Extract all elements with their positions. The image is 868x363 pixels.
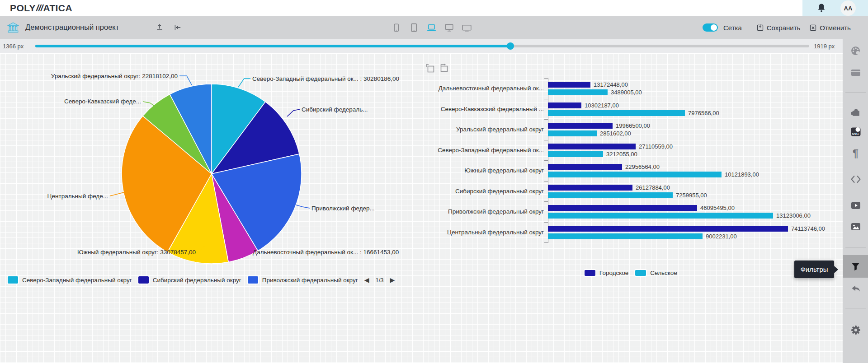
wallet-icon xyxy=(850,68,861,78)
device-preview-switcher xyxy=(391,16,472,39)
sidebar-item-filters[interactable] xyxy=(843,255,868,278)
pie-slice-label: Южный федеральный округ: 33078457,00 xyxy=(77,249,196,256)
dashboard-canvas[interactable]: Северо-Западный федеральный ок... : 3028… xyxy=(0,53,843,363)
bar-legend-item[interactable]: Сельское xyxy=(634,269,677,277)
grid-toggle[interactable] xyxy=(703,23,718,32)
sidebar-divider xyxy=(845,308,866,308)
pie-legend-item[interactable]: Сибирский федеральный округ xyxy=(137,275,241,284)
save-icon xyxy=(756,24,764,32)
bar-rural[interactable] xyxy=(548,130,597,136)
cancel-button[interactable]: Отменить xyxy=(809,24,851,32)
bar-rural[interactable] xyxy=(548,151,603,157)
sidebar-item-svg-export[interactable]: SVG xyxy=(843,122,868,142)
tablet-portrait-icon[interactable] xyxy=(408,22,420,33)
bar-value-label: 46095495,00 xyxy=(700,205,735,211)
bar-urban[interactable] xyxy=(548,102,581,108)
bar-urban[interactable] xyxy=(548,185,632,191)
bar-urban[interactable] xyxy=(548,205,697,211)
bar-axis-tick xyxy=(544,181,548,182)
image-icon xyxy=(850,222,861,232)
bar-urban[interactable] xyxy=(548,226,788,232)
bar-urban[interactable] xyxy=(548,164,622,170)
cancel-label: Отменить xyxy=(820,24,851,32)
palette-icon xyxy=(850,46,861,56)
legend-page-indicator: 1/3 xyxy=(375,277,383,284)
bar-value-label: 10302187,00 xyxy=(585,102,619,109)
top-header-bar: POLY///ATICA AA xyxy=(0,0,868,16)
width-slider-thumb[interactable] xyxy=(507,42,514,50)
sidebar-item-settings[interactable] xyxy=(843,320,868,340)
pie-slice-label: Уральский федеральный округ: 22818102,00 xyxy=(51,73,178,79)
sidebar-item-plugins[interactable] xyxy=(843,102,868,122)
sidebar-divider xyxy=(845,93,866,93)
bar-urban[interactable] xyxy=(548,144,636,149)
legend-swatch xyxy=(137,275,150,284)
save-button[interactable]: Сохранить xyxy=(756,24,801,32)
user-avatar[interactable]: AA xyxy=(840,0,856,16)
bar-category-label: Центральный федеральный округ xyxy=(447,229,544,236)
zoom-selection-icon[interactable] xyxy=(425,64,435,73)
widescreen-monitor-icon[interactable] xyxy=(461,22,472,33)
save-label: Сохранить xyxy=(767,24,801,32)
bar-category-label: Приволжский федеральный округ xyxy=(448,208,544,215)
pie-legend-item[interactable]: Приволжский федеральный округ xyxy=(247,275,358,284)
bar-urban[interactable] xyxy=(548,82,590,88)
bar-rural[interactable] xyxy=(548,192,673,198)
bar-rural[interactable] xyxy=(548,233,703,239)
puzzle-icon xyxy=(850,107,861,117)
bar-value-label: 10121893,00 xyxy=(725,172,759,178)
bar-axis-tick xyxy=(544,99,548,99)
sidebar-item-video[interactable] xyxy=(843,195,868,215)
bar-rural[interactable] xyxy=(548,172,722,177)
phone-portrait-icon[interactable] xyxy=(391,22,402,33)
bar-axis-tick xyxy=(544,222,548,223)
bar-value-label: 19966500,00 xyxy=(616,123,650,129)
legend-swatch xyxy=(247,275,259,284)
collapse-panel-icon[interactable] xyxy=(174,23,182,32)
legend-swatch xyxy=(7,275,19,284)
pie-legend-items: Северо-Западный федеральный округСибирск… xyxy=(7,275,358,284)
svg-text:SVG: SVG xyxy=(852,132,859,136)
pie-slice-label: Северо-Кавказский феде... xyxy=(64,98,141,105)
sidebar-item-text[interactable]: ¶ xyxy=(843,144,868,163)
bar-legend-item[interactable]: Городское xyxy=(584,269,628,277)
project-toolbar: Демонстрационный проект xyxy=(0,16,868,39)
bar-value-label: 27110559,00 xyxy=(639,144,673,150)
logo-poly: POLY xyxy=(10,3,36,13)
grid-toggle-label: Сетка xyxy=(723,24,742,32)
bar-category-label: Южный федеральный округ xyxy=(464,167,544,174)
legend-label: Сибирский федеральный округ xyxy=(153,277,241,284)
pie-slice-label: Северо-Западный федеральный ок... : 3028… xyxy=(252,75,399,82)
reset-selection-icon[interactable] xyxy=(439,64,449,73)
pie-legend-item[interactable]: Северо-Западный федеральный округ xyxy=(7,275,132,284)
bar-value-label: 13172448,00 xyxy=(594,82,628,88)
bar-chart-tools xyxy=(425,64,449,73)
sidebar-item-code[interactable] xyxy=(843,169,868,189)
bar-rural[interactable] xyxy=(548,110,685,116)
bar-axis-tick xyxy=(544,119,548,120)
sidebar-item-palette[interactable] xyxy=(843,41,868,60)
canvas-width-slider-row: 1366 px 1919 px xyxy=(0,39,868,53)
cancel-icon xyxy=(809,24,817,32)
legend-next-page-icon[interactable]: ▶ xyxy=(389,276,396,284)
sidebar-item-widgets[interactable] xyxy=(843,63,868,83)
slider-max-label: 1919 px xyxy=(814,43,835,50)
width-slider-track[interactable] xyxy=(35,45,809,47)
bar-axis-tick xyxy=(544,242,548,243)
legend-label: Сельское xyxy=(650,270,677,276)
undo-icon xyxy=(850,284,861,294)
sidebar-item-image[interactable] xyxy=(843,217,868,237)
export-icon[interactable] xyxy=(156,23,164,32)
bar-value-label: 13123006,00 xyxy=(776,213,811,219)
filter-icon xyxy=(850,261,861,272)
pie-callout-line xyxy=(179,76,192,85)
laptop-icon-active[interactable] xyxy=(426,22,437,33)
bar-rural[interactable] xyxy=(548,213,773,219)
sidebar-item-undo[interactable] xyxy=(843,279,868,299)
notifications-bell-icon[interactable] xyxy=(816,3,827,14)
legend-label: Северо-Западный федеральный округ xyxy=(22,277,132,284)
bar-urban[interactable] xyxy=(548,123,613,129)
bar-rural[interactable] xyxy=(548,89,608,95)
legend-prev-page-icon[interactable]: ◀ xyxy=(363,276,370,284)
desktop-monitor-icon[interactable] xyxy=(443,22,455,33)
